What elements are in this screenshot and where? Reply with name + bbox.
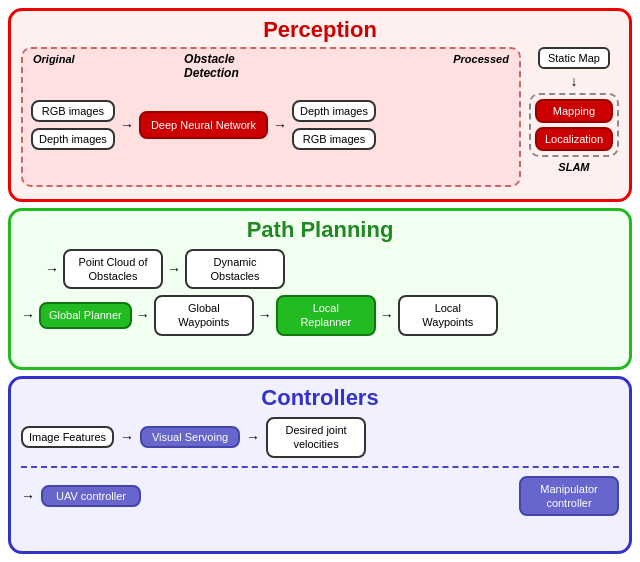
slam-container: Mapping Localization [529,93,619,157]
controllers-row-2: → UAV controller Manipulator controller [21,476,619,517]
slam-label: SLAM [558,161,589,173]
planning-row-2: → Global Planner → Global Waypoints → Lo… [21,295,619,336]
visual-servoing-box: Visual Servoing [140,426,240,448]
arrow-vs-dj: → [246,429,260,445]
point-cloud-box: Point Cloud of Obstacles [63,249,163,290]
rgb-images-proc: RGB images [292,128,376,150]
obstacle-detection-label: ObstacleDetection [184,52,239,80]
planning-title: Path Planning [21,217,619,243]
dnn-box: Deep Neural Network [139,111,268,139]
local-waypoints-box: Local Waypoints [398,295,498,336]
planning-section: Path Planning → Point Cloud of Obstacles… [8,208,632,370]
global-waypoints-box: Global Waypoints [154,295,254,336]
arrow-dnn-proc: → [273,117,287,133]
desired-joint-box: Desired joint velocities [266,417,366,458]
controllers-section: Controllers Image Features → Visual Serv… [8,376,632,554]
dynamic-obstacles-box: Dynamic Obstacles [185,249,285,290]
depth-images-orig: Depth images [31,128,115,150]
arrow-pointcloud-dynamic: → [167,261,181,277]
local-replanner-box: Local Replanner [276,295,376,336]
manipulator-controller-box: Manipulator controller [519,476,619,517]
planning-content: → Point Cloud of Obstacles → Dynamic Obs… [21,247,619,336]
arrow-gp-gw: → [136,307,150,323]
static-map-box: Static Map [538,47,610,69]
processed-label: Processed [453,53,509,65]
mapping-box: Mapping [535,99,613,123]
planning-row-1: → Point Cloud of Obstacles → Dynamic Obs… [21,249,619,290]
arrow-if-vs: → [120,429,134,445]
dashed-divider [21,466,619,468]
rgb-images-orig: RGB images [31,100,115,122]
image-features-box: Image Features [21,426,114,448]
controllers-row-1: Image Features → Visual Servoing → Desir… [21,417,619,458]
arrow-to-global-planner: → [21,307,35,323]
uav-controller-box: UAV controller [41,485,141,507]
depth-images-proc: Depth images [292,100,376,122]
global-planner-box: Global Planner [39,302,132,328]
arrow-orig-dnn: → [120,117,134,133]
original-label: Original [33,53,75,65]
arrow-gw-lr: → [258,307,272,323]
localization-box: Localization [535,127,613,151]
arrow-lr-lw: → [380,307,394,323]
perception-title: Perception [21,17,619,43]
arrow-static-down: ↓ [570,73,577,89]
controllers-content: Image Features → Visual Servoing → Desir… [21,415,619,516]
perception-section: Perception Original ObstacleDetection Pr… [8,8,632,202]
controllers-title: Controllers [21,385,619,411]
arrow-to-pointcloud: → [45,261,59,277]
diagram: Perception Original ObstacleDetection Pr… [0,0,640,562]
arrow-to-uav: → [21,488,35,504]
